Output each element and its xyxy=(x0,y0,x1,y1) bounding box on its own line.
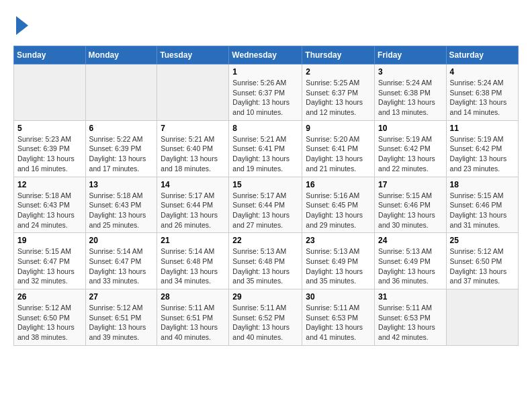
calendar-cell: 1Sunrise: 5:26 AM Sunset: 6:37 PM Daylig… xyxy=(229,64,302,121)
day-number: 30 xyxy=(306,292,371,302)
day-info: Sunrise: 5:21 AM Sunset: 6:41 PM Dayligh… xyxy=(232,134,298,174)
day-number: 13 xyxy=(89,180,154,189)
day-number: 14 xyxy=(161,180,225,189)
weekday-header-row: SundayMondayTuesdayWednesdayThursdayFrid… xyxy=(14,46,519,64)
calendar-cell xyxy=(446,289,518,346)
weekday-header-tuesday: Tuesday xyxy=(157,46,229,64)
day-info: Sunrise: 5:11 AM Sunset: 6:53 PM Dayligh… xyxy=(378,303,443,342)
day-info: Sunrise: 5:19 AM Sunset: 6:42 PM Dayligh… xyxy=(450,134,515,174)
day-info: Sunrise: 5:12 AM Sunset: 6:50 PM Dayligh… xyxy=(450,246,515,286)
calendar-week-row: 26Sunrise: 5:12 AM Sunset: 6:50 PM Dayli… xyxy=(14,289,519,346)
day-number: 15 xyxy=(232,180,298,189)
day-number: 3 xyxy=(378,67,443,77)
calendar-cell: 8Sunrise: 5:21 AM Sunset: 6:41 PM Daylig… xyxy=(229,120,302,177)
calendar-cell xyxy=(85,64,157,121)
day-number: 29 xyxy=(232,292,298,302)
calendar-cell: 30Sunrise: 5:11 AM Sunset: 6:53 PM Dayli… xyxy=(302,289,375,346)
day-number: 11 xyxy=(450,124,515,133)
day-number: 6 xyxy=(89,124,154,133)
calendar-cell: 15Sunrise: 5:17 AM Sunset: 6:44 PM Dayli… xyxy=(229,177,302,233)
calendar-cell: 27Sunrise: 5:12 AM Sunset: 6:51 PM Dayli… xyxy=(85,289,157,346)
calendar-cell: 4Sunrise: 5:24 AM Sunset: 6:38 PM Daylig… xyxy=(446,64,518,121)
calendar-cell: 5Sunrise: 5:23 AM Sunset: 6:39 PM Daylig… xyxy=(14,120,86,177)
day-info: Sunrise: 5:17 AM Sunset: 6:44 PM Dayligh… xyxy=(232,191,298,230)
calendar-cell: 18Sunrise: 5:15 AM Sunset: 6:46 PM Dayli… xyxy=(446,177,518,233)
calendar-cell: 3Sunrise: 5:24 AM Sunset: 6:38 PM Daylig… xyxy=(375,64,447,121)
day-number: 20 xyxy=(89,236,154,245)
day-info: Sunrise: 5:13 AM Sunset: 6:48 PM Dayligh… xyxy=(232,246,298,286)
calendar-cell: 17Sunrise: 5:15 AM Sunset: 6:46 PM Dayli… xyxy=(375,177,447,233)
calendar-cell: 29Sunrise: 5:11 AM Sunset: 6:52 PM Dayli… xyxy=(229,289,302,346)
day-number: 22 xyxy=(232,236,298,245)
weekday-header-thursday: Thursday xyxy=(302,46,375,64)
day-info: Sunrise: 5:24 AM Sunset: 6:38 PM Dayligh… xyxy=(450,78,515,118)
day-info: Sunrise: 5:26 AM Sunset: 6:37 PM Dayligh… xyxy=(232,78,298,118)
day-number: 5 xyxy=(17,124,82,133)
day-info: Sunrise: 5:14 AM Sunset: 6:48 PM Dayligh… xyxy=(161,246,225,286)
weekday-header-friday: Friday xyxy=(375,46,447,64)
day-info: Sunrise: 5:13 AM Sunset: 6:49 PM Dayligh… xyxy=(378,246,443,286)
day-info: Sunrise: 5:25 AM Sunset: 6:37 PM Dayligh… xyxy=(306,78,371,118)
calendar-cell: 25Sunrise: 5:12 AM Sunset: 6:50 PM Dayli… xyxy=(446,233,518,289)
calendar-cell: 9Sunrise: 5:20 AM Sunset: 6:41 PM Daylig… xyxy=(302,120,375,177)
day-info: Sunrise: 5:11 AM Sunset: 6:51 PM Dayligh… xyxy=(161,303,225,342)
day-number: 17 xyxy=(378,180,443,189)
calendar-cell: 14Sunrise: 5:17 AM Sunset: 6:44 PM Dayli… xyxy=(157,177,229,233)
day-number: 31 xyxy=(378,292,443,302)
calendar-week-row: 12Sunrise: 5:18 AM Sunset: 6:43 PM Dayli… xyxy=(14,177,519,233)
day-info: Sunrise: 5:12 AM Sunset: 6:50 PM Dayligh… xyxy=(17,303,82,342)
day-number: 2 xyxy=(306,67,371,77)
calendar-cell: 6Sunrise: 5:22 AM Sunset: 6:39 PM Daylig… xyxy=(85,120,157,177)
day-number: 21 xyxy=(161,236,225,245)
page-header xyxy=(13,13,519,35)
day-info: Sunrise: 5:14 AM Sunset: 6:47 PM Dayligh… xyxy=(89,246,154,286)
day-info: Sunrise: 5:15 AM Sunset: 6:46 PM Dayligh… xyxy=(450,191,515,230)
logo xyxy=(13,13,28,35)
day-number: 12 xyxy=(17,180,82,189)
calendar-cell: 23Sunrise: 5:13 AM Sunset: 6:49 PM Dayli… xyxy=(302,233,375,289)
day-number: 28 xyxy=(161,292,225,302)
day-info: Sunrise: 5:21 AM Sunset: 6:40 PM Dayligh… xyxy=(161,134,225,174)
day-info: Sunrise: 5:22 AM Sunset: 6:39 PM Dayligh… xyxy=(89,134,154,174)
day-info: Sunrise: 5:24 AM Sunset: 6:38 PM Dayligh… xyxy=(378,78,443,118)
calendar-cell: 28Sunrise: 5:11 AM Sunset: 6:51 PM Dayli… xyxy=(157,289,229,346)
calendar-week-row: 1Sunrise: 5:26 AM Sunset: 6:37 PM Daylig… xyxy=(14,64,519,121)
day-info: Sunrise: 5:15 AM Sunset: 6:46 PM Dayligh… xyxy=(378,191,443,230)
calendar-cell: 24Sunrise: 5:13 AM Sunset: 6:49 PM Dayli… xyxy=(375,233,447,289)
calendar-cell: 13Sunrise: 5:18 AM Sunset: 6:43 PM Dayli… xyxy=(85,177,157,233)
day-info: Sunrise: 5:19 AM Sunset: 6:42 PM Dayligh… xyxy=(378,134,443,174)
calendar-cell: 16Sunrise: 5:16 AM Sunset: 6:45 PM Dayli… xyxy=(302,177,375,233)
calendar-cell: 7Sunrise: 5:21 AM Sunset: 6:40 PM Daylig… xyxy=(157,120,229,177)
calendar-cell: 11Sunrise: 5:19 AM Sunset: 6:42 PM Dayli… xyxy=(446,120,518,177)
day-number: 4 xyxy=(450,67,515,77)
day-info: Sunrise: 5:18 AM Sunset: 6:43 PM Dayligh… xyxy=(17,191,82,230)
day-number: 19 xyxy=(17,236,82,245)
day-info: Sunrise: 5:16 AM Sunset: 6:45 PM Dayligh… xyxy=(306,191,371,230)
day-info: Sunrise: 5:18 AM Sunset: 6:43 PM Dayligh… xyxy=(89,191,154,230)
day-info: Sunrise: 5:11 AM Sunset: 6:52 PM Dayligh… xyxy=(232,303,298,342)
calendar-week-row: 5Sunrise: 5:23 AM Sunset: 6:39 PM Daylig… xyxy=(14,120,519,177)
day-info: Sunrise: 5:15 AM Sunset: 6:47 PM Dayligh… xyxy=(17,246,82,286)
day-number: 23 xyxy=(306,236,371,245)
calendar-cell: 21Sunrise: 5:14 AM Sunset: 6:48 PM Dayli… xyxy=(157,233,229,289)
day-number: 24 xyxy=(378,236,443,245)
day-number: 10 xyxy=(378,124,443,133)
calendar-cell: 20Sunrise: 5:14 AM Sunset: 6:47 PM Dayli… xyxy=(85,233,157,289)
logo-arrow-icon xyxy=(16,16,28,35)
calendar-cell xyxy=(14,64,86,121)
day-number: 27 xyxy=(89,292,154,302)
day-info: Sunrise: 5:23 AM Sunset: 6:39 PM Dayligh… xyxy=(17,134,82,174)
calendar-cell xyxy=(157,64,229,121)
weekday-header-saturday: Saturday xyxy=(446,46,518,64)
calendar-cell: 10Sunrise: 5:19 AM Sunset: 6:42 PM Dayli… xyxy=(375,120,447,177)
calendar-cell: 2Sunrise: 5:25 AM Sunset: 6:37 PM Daylig… xyxy=(302,64,375,121)
day-number: 18 xyxy=(450,180,515,189)
day-number: 9 xyxy=(306,124,371,133)
day-number: 8 xyxy=(232,124,298,133)
day-number: 26 xyxy=(17,292,82,302)
day-info: Sunrise: 5:20 AM Sunset: 6:41 PM Dayligh… xyxy=(306,134,371,174)
day-number: 1 xyxy=(232,67,298,77)
day-number: 25 xyxy=(450,236,515,245)
calendar-cell: 12Sunrise: 5:18 AM Sunset: 6:43 PM Dayli… xyxy=(14,177,86,233)
day-info: Sunrise: 5:13 AM Sunset: 6:49 PM Dayligh… xyxy=(306,246,371,286)
